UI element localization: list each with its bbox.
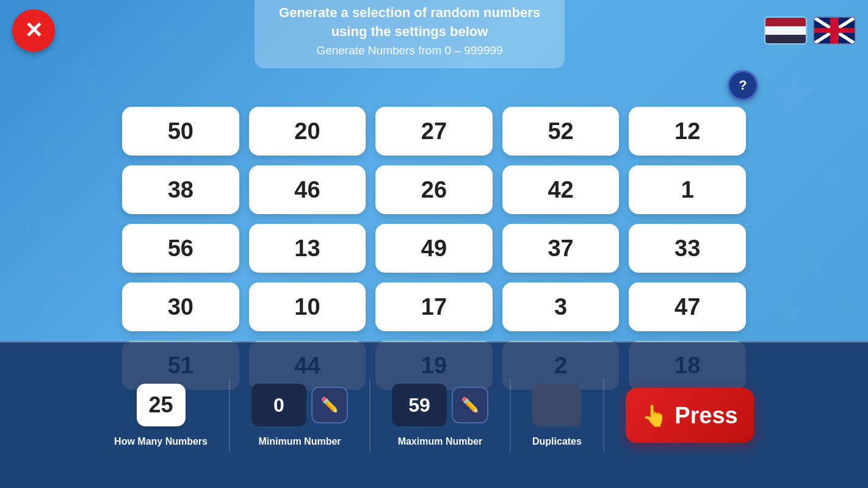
- press-button[interactable]: 👆 Press: [626, 388, 754, 443]
- max-edit-button[interactable]: ✏️: [452, 387, 488, 423]
- min-group: 0 ✏️ Minimum Number: [251, 384, 348, 447]
- flags-container: [764, 16, 856, 45]
- how-many-group: 25 How Many Numbers: [114, 384, 208, 447]
- top-bar: ✕ Generate a selection of random numbers…: [0, 0, 868, 61]
- number-card[interactable]: 20: [249, 107, 366, 156]
- max-label: Maximum Number: [398, 436, 483, 447]
- help-button[interactable]: ?: [728, 70, 758, 101]
- number-card[interactable]: 33: [629, 224, 746, 273]
- duplicates-label: Duplicates: [532, 436, 582, 447]
- number-card[interactable]: 13: [249, 224, 366, 273]
- number-card[interactable]: 30: [122, 282, 239, 331]
- header-box: Generate a selection of random numbers u…: [255, 0, 565, 68]
- pencil-icon: ✏️: [320, 396, 339, 414]
- min-value[interactable]: 0: [251, 384, 306, 426]
- number-card[interactable]: 17: [375, 282, 493, 331]
- min-edit-button[interactable]: ✏️: [311, 387, 348, 423]
- max-row: 59 ✏️: [392, 384, 488, 426]
- close-button[interactable]: ✕: [12, 9, 55, 52]
- number-card[interactable]: 26: [375, 165, 493, 214]
- min-row: 0 ✏️: [251, 384, 348, 426]
- number-card[interactable]: 1: [629, 165, 746, 214]
- number-card[interactable]: 12: [629, 107, 746, 156]
- how-many-label: How Many Numbers: [114, 436, 208, 447]
- number-card[interactable]: 49: [375, 224, 493, 273]
- number-card[interactable]: 38: [122, 165, 239, 214]
- hand-icon: 👆: [642, 403, 667, 428]
- number-card[interactable]: 50: [122, 107, 239, 156]
- number-card[interactable]: 47: [629, 282, 746, 331]
- number-card[interactable]: 27: [375, 107, 493, 156]
- press-label: Press: [675, 403, 738, 429]
- min-label: Minimum Number: [258, 436, 341, 447]
- thai-flag[interactable]: [764, 16, 807, 45]
- bottom-bar: 25 How Many Numbers 0 ✏️ Minimum Number …: [0, 342, 868, 488]
- how-many-value[interactable]: 25: [137, 384, 186, 426]
- header-subtitle: Generate Numbers from 0 – 999999: [279, 44, 540, 57]
- header-title: Generate a selection of random numbers u…: [279, 4, 540, 41]
- divider-1: [229, 379, 230, 452]
- number-card[interactable]: 56: [122, 224, 239, 273]
- number-card[interactable]: 3: [502, 282, 620, 331]
- max-value[interactable]: 59: [392, 384, 447, 426]
- max-group: 59 ✏️ Maximum Number: [392, 384, 488, 447]
- number-card[interactable]: 42: [502, 165, 620, 214]
- pencil-icon-2: ✏️: [461, 396, 479, 414]
- number-card[interactable]: 52: [502, 107, 620, 156]
- divider-2: [369, 379, 371, 452]
- duplicates-toggle[interactable]: [532, 384, 581, 426]
- number-card[interactable]: 46: [249, 165, 366, 214]
- divider-4: [603, 379, 604, 452]
- divider-3: [510, 379, 511, 452]
- number-card[interactable]: 10: [249, 282, 366, 331]
- uk-flag[interactable]: [813, 16, 856, 45]
- number-card[interactable]: 37: [502, 224, 620, 273]
- duplicates-group: Duplicates: [532, 384, 582, 447]
